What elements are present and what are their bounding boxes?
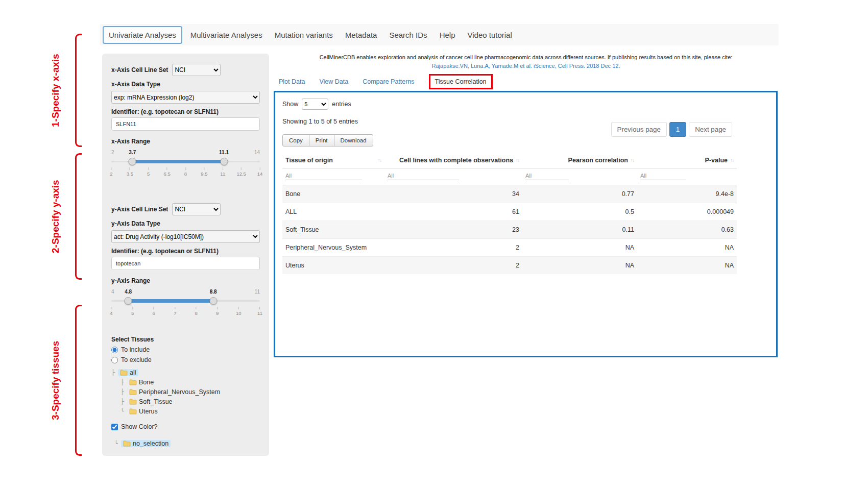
tab-tissue-correlation[interactable]: Tissue Correlation xyxy=(429,74,493,89)
y-cell-line-set-select[interactable]: NCI xyxy=(172,203,221,215)
exclude-radio[interactable] xyxy=(111,357,118,363)
table-row[interactable]: Peripheral_Nervous_System 2 NA NA xyxy=(282,239,737,257)
tree-node-peripheral-nervous-system[interactable]: ├ Peripheral_Nervous_System xyxy=(111,387,260,397)
filter-pearson-input[interactable] xyxy=(525,171,569,180)
y-slider-bar xyxy=(128,299,213,303)
column-header-pearson[interactable]: Pearson correlation ↑↓ xyxy=(522,153,637,168)
tree-node-soft-tissue-label: Soft_Tissue xyxy=(139,398,173,405)
tree-node-all[interactable]: ├ all xyxy=(111,368,260,377)
tissues-exclude-radio-row[interactable]: To exclude xyxy=(111,356,260,363)
y-range-to-label: 8.8 xyxy=(210,289,217,295)
nav-tab-mutation-variants[interactable]: Mutation variants xyxy=(269,27,339,43)
tree-node-bone-label: Bone xyxy=(139,379,154,386)
x-slider-handle-to[interactable] xyxy=(220,158,228,165)
column-header-tissue-label: Tissue of origin xyxy=(285,157,333,164)
nav-tab-multivariate-analyses[interactable]: Multivariate Analyses xyxy=(184,27,269,43)
column-header-pearson-label: Pearson correlation xyxy=(568,157,628,164)
analysis-subtabs: Plot Data View Data Compare Patterns Tis… xyxy=(279,74,493,89)
tree-node-no-selection[interactable]: └ no_selection xyxy=(114,438,260,448)
column-header-cell-lines-label: Cell lines with complete observations xyxy=(399,157,513,164)
citation-block: CellMinerCDB enables exploration and ana… xyxy=(276,53,776,70)
y-range-label: y-Axis Range xyxy=(111,277,260,284)
y-tick: 9 xyxy=(216,307,219,316)
citation-link[interactable]: Rajapakse.VN, Luna.A, Yamade.M et al. iS… xyxy=(432,63,620,69)
annotation-step1-bracket xyxy=(75,34,82,147)
folder-icon xyxy=(120,370,128,376)
x-axis-range-slider[interactable]: 2 14 3.7 11.1 2 3.5 5 6.5 8 9.5 11 12.5 … xyxy=(111,147,260,179)
tree-connector: ├ xyxy=(111,369,118,376)
x-slider-handle-from[interactable] xyxy=(129,158,136,165)
x-range-max-label: 14 xyxy=(254,150,260,155)
include-radio[interactable] xyxy=(111,347,118,353)
y-range-max-label: 11 xyxy=(255,289,260,295)
y-slider-handle-to[interactable] xyxy=(209,297,217,305)
tree-node-uterus[interactable]: └ Uterus xyxy=(111,406,260,416)
sort-icon[interactable]: ↑↓ xyxy=(378,158,381,163)
tab-compare-patterns[interactable]: Compare Patterns xyxy=(363,78,414,85)
tissues-include-radio-row[interactable]: To include xyxy=(111,346,260,353)
cell-tissue: Soft_Tissue xyxy=(282,221,384,239)
folder-icon xyxy=(129,389,137,395)
copy-button[interactable]: Copy xyxy=(282,134,309,147)
download-button[interactable]: Download xyxy=(334,134,373,147)
annotation-step3-bracket xyxy=(75,305,82,456)
page-1-button[interactable]: 1 xyxy=(669,122,686,137)
show-color-row[interactable]: Show Color? xyxy=(111,423,260,430)
show-entries-row: Show 5 entries xyxy=(282,99,769,110)
filter-cell-lines-input[interactable] xyxy=(388,171,459,180)
x-identifier-label: Identifier: (e.g. topotecan or SLFN11) xyxy=(111,108,260,115)
y-axis-range-slider[interactable]: 4 11 4.8 8.8 4 5 6 7 8 9 10 11 xyxy=(111,286,260,318)
previous-page-button[interactable]: Previous page xyxy=(611,122,667,137)
cell-r: NA xyxy=(522,239,637,257)
cell-p: NA xyxy=(637,257,737,275)
cell-n: 34 xyxy=(384,185,522,203)
table-row[interactable]: Uterus 2 NA NA xyxy=(282,257,737,275)
tree-node-soft-tissue[interactable]: ├ Soft_Tissue xyxy=(111,397,260,406)
nav-tab-help[interactable]: Help xyxy=(433,27,462,43)
next-page-button[interactable]: Next page xyxy=(689,122,732,137)
tab-view-data[interactable]: View Data xyxy=(319,78,348,85)
x-cell-line-set-select[interactable]: NCI xyxy=(172,64,221,76)
x-tick: 14 xyxy=(257,167,263,177)
filter-tissue-input[interactable] xyxy=(285,171,362,180)
sort-icon[interactable]: ↑↓ xyxy=(516,158,519,163)
y-tick: 11 xyxy=(257,307,262,316)
tree-node-all-label: all xyxy=(130,369,136,376)
column-header-pvalue[interactable]: P-value ↑↓ xyxy=(637,153,737,168)
citation-text: CellMinerCDB enables exploration and ana… xyxy=(276,53,776,62)
y-tick: 8 xyxy=(195,307,198,316)
nav-tab-search-ids[interactable]: Search IDs xyxy=(383,27,433,43)
sidebar-controls: x-Axis Cell Line Set NCI x-Axis Data Typ… xyxy=(102,54,269,456)
nav-tab-univariate-analyses[interactable]: Univariate Analyses xyxy=(103,26,182,44)
y-data-type-select[interactable]: act: Drug Activity (-log10[IC50M]) xyxy=(111,230,260,243)
sort-icon[interactable]: ↑↓ xyxy=(631,158,634,163)
column-header-cell-lines[interactable]: Cell lines with complete observations ↑↓ xyxy=(384,153,522,168)
y-slider-handle-from[interactable] xyxy=(125,297,132,305)
show-color-checkbox[interactable] xyxy=(111,424,118,430)
x-range-from-label: 3.7 xyxy=(129,150,136,155)
table-row[interactable]: ALL 61 0.5 0.000049 xyxy=(282,203,737,221)
y-identifier-input[interactable] xyxy=(111,257,260,270)
filter-pvalue-input[interactable] xyxy=(640,171,686,180)
print-button[interactable]: Print xyxy=(309,134,334,147)
x-data-type-select[interactable]: exp: mRNA Expression (log2) xyxy=(111,91,260,104)
tree-connector: ├ xyxy=(120,398,127,405)
cell-p: 0.63 xyxy=(637,221,737,239)
tree-node-uterus-label: Uterus xyxy=(139,408,158,415)
page-length-select[interactable]: 5 xyxy=(302,99,328,110)
nav-tab-video-tutorial[interactable]: Video tutorial xyxy=(461,27,518,43)
folder-icon xyxy=(123,441,131,447)
tree-node-bone[interactable]: ├ Bone xyxy=(111,377,260,387)
column-header-tissue[interactable]: Tissue of origin ↑↓ xyxy=(282,153,384,168)
entries-label: entries xyxy=(332,101,351,108)
x-identifier-input[interactable] xyxy=(111,117,260,131)
y-slider-grid: 4 5 6 7 8 9 10 11 xyxy=(111,307,260,317)
cell-r: 0.11 xyxy=(522,221,637,239)
tab-plot-data[interactable]: Plot Data xyxy=(279,78,305,85)
nav-tab-metadata[interactable]: Metadata xyxy=(339,27,383,43)
cell-r: 0.5 xyxy=(522,203,637,221)
annotation-step3-label: 3-Specify tissues xyxy=(50,305,67,456)
table-row[interactable]: Soft_Tissue 23 0.11 0.63 xyxy=(282,221,737,239)
sort-icon[interactable]: ↑↓ xyxy=(730,158,734,163)
table-row[interactable]: Bone 34 0.77 9.4e-8 xyxy=(282,185,737,203)
